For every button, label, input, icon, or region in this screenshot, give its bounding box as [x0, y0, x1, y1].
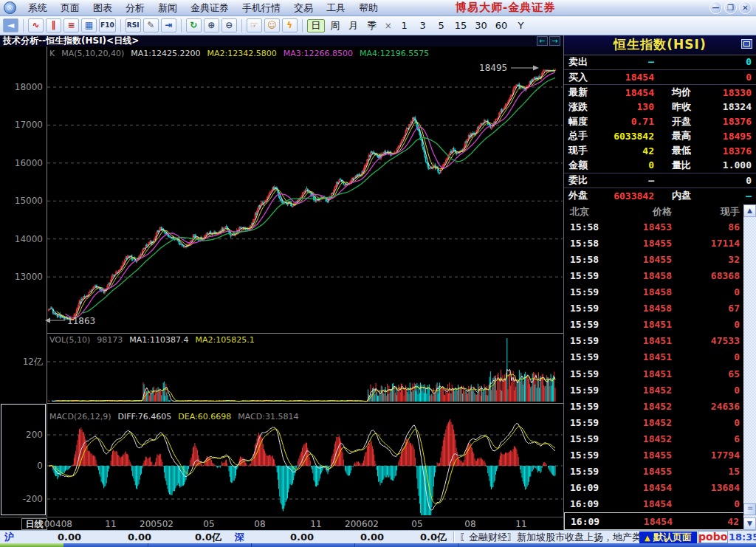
sz-index-value: 0.00 — [251, 531, 314, 543]
tick-volume: 15 — [672, 466, 744, 477]
close-button[interactable]: ✕ — [739, 1, 752, 14]
back-icon[interactable]: ◄ — [3, 18, 18, 32]
sz-change-value: 0.00 — [321, 531, 384, 543]
tick-row[interactable]: 16:091845442 — [564, 512, 744, 530]
quote-list-icon[interactable]: ≡ — [63, 18, 79, 32]
interval-button-3[interactable]: 3 — [415, 19, 431, 32]
zoom-in-icon[interactable]: ⊕ — [204, 18, 219, 32]
period-button-日[interactable]: 日 — [307, 19, 325, 32]
toolbar-separator — [23, 19, 24, 32]
menu-item-7[interactable]: 交易 — [287, 0, 320, 16]
menu-item-5[interactable]: 金典证券 — [184, 0, 236, 16]
pobo-brand-button[interactable]: pobo — [698, 531, 728, 543]
menu-item-8[interactable]: 工具 — [320, 0, 352, 16]
tick-row[interactable]: 15:591845515 — [564, 464, 744, 480]
tick-row[interactable]: 15:59184580 — [564, 283, 744, 300]
menu-item-2[interactable]: 图表 — [86, 0, 119, 16]
chart-title: 技术分析--恒生指数(HSI)<日线> — [3, 35, 139, 46]
scrollbar-up-button[interactable]: ▲ — [743, 204, 756, 217]
goto-list-icon[interactable]: ⇥ — [161, 18, 176, 32]
interval-button-5[interactable]: 5 — [433, 19, 450, 32]
menu-item-9[interactable]: 帮助 — [352, 0, 385, 16]
x-axis-tick-5: 11 — [310, 519, 321, 529]
trading-app-window: 18000170001600015000140001300012亿2000-20… — [0, 0, 756, 547]
tick-row[interactable]: 15:591845224636 — [564, 398, 744, 414]
scrollbar-thumb[interactable] — [743, 503, 756, 515]
panel-restore-icon[interactable] — [741, 39, 752, 49]
tick-price: 18452 — [613, 433, 672, 444]
vol-value: 98173 — [97, 335, 123, 345]
tick-price: 18454 — [613, 482, 672, 493]
interval-button-Y[interactable]: Y — [512, 19, 529, 32]
restore-button[interactable]: ❐ — [724, 1, 737, 14]
default-page-label: 默认页面 — [653, 531, 692, 543]
left-arrow-icon: ← — [539, 37, 545, 45]
refresh-icon[interactable]: ↻ — [186, 18, 202, 32]
table-scrollbar[interactable]: ▲ ▼ — [743, 204, 756, 530]
menu-item-1[interactable]: 页面 — [54, 0, 86, 16]
interval-button-30[interactable]: 30 — [472, 19, 490, 32]
main-chart-legend: K MA(5,10,20,40) MA1:12425.2200 MA2:1234… — [49, 49, 429, 58]
rsi-icon[interactable]: RSI — [126, 18, 141, 32]
tick-row[interactable]: 15:59184526 — [564, 430, 744, 447]
tick-row[interactable]: 15:59184520 — [564, 414, 744, 430]
sz-amount-value: 0.0亿 — [384, 531, 447, 543]
lightning-icon[interactable]: ϟ — [282, 18, 298, 32]
period-button-周[interactable]: 周 — [327, 19, 343, 32]
tick-row[interactable]: 15:59184520 — [564, 382, 744, 398]
interval-button-60[interactable]: 60 — [492, 19, 511, 32]
scrollbar-down-button[interactable]: ▼ — [743, 517, 756, 530]
tick-row[interactable]: 16:091845413684 — [564, 480, 744, 496]
default-page-button[interactable]: ▲ 默认页面 — [639, 531, 697, 543]
menu-item-6[interactable]: 手机行情 — [236, 0, 287, 16]
menu-item-4[interactable]: 新闻 — [151, 0, 184, 16]
macd-value: MACD:31.5814 — [238, 412, 298, 422]
tick-row[interactable]: 15:59184510 — [564, 317, 744, 333]
statusbar-separator — [453, 531, 454, 543]
interval-button-15[interactable]: 15 — [452, 19, 470, 32]
tick-price: 18455 — [613, 450, 672, 461]
tick-row[interactable]: 15:591845517794 — [564, 447, 744, 464]
status-bar: 沪 0.00 0.00 0.0亿 深 0.00 0.00 0.0亿 〖金融财经〗… — [0, 530, 756, 543]
tick-row[interactable]: 15:581845386 — [564, 219, 744, 235]
report-icon[interactable]: ▦ — [81, 18, 97, 32]
minimize-button[interactable]: — — [709, 1, 722, 14]
quote-label: 卖出 — [564, 55, 602, 69]
x-axis-tick-1: 11 — [105, 519, 116, 529]
quote-row-outer-inner: 外盘6033842内盘— — [564, 188, 756, 203]
interval-button-1[interactable]: 1 — [396, 19, 413, 32]
ma1-value: MA1:12425.2200 — [131, 49, 200, 58]
tick-time: 15:59 — [564, 286, 613, 297]
tick-volume: 86 — [672, 221, 744, 233]
app-icon[interactable]: ◎ — [4, 1, 16, 14]
line-chart-icon[interactable]: ∿ — [28, 18, 44, 32]
tick-row[interactable]: 15:591845868368 — [564, 267, 744, 283]
zoom-out-icon[interactable]: ⊖ — [221, 18, 237, 32]
close-period-bar-icon[interactable]: × — [382, 21, 394, 31]
tick-row[interactable]: 15:581845532 — [564, 251, 744, 267]
tick-row[interactable]: 16:09184540 — [564, 496, 744, 512]
period-button-月[interactable]: 月 — [346, 19, 362, 32]
tick-time: 16:09 — [564, 498, 613, 509]
candlestick-icon[interactable]: ‖ — [46, 18, 61, 32]
tick-row[interactable]: 15:591845867 — [564, 300, 744, 317]
col-city: 北京 — [564, 205, 613, 219]
macd-axis-label: 200 — [26, 430, 43, 440]
accounts-icon[interactable]: ☺ — [264, 18, 280, 32]
quote-row-totalvol-high: 总手6033842最高18495 — [564, 129, 756, 144]
tick-row[interactable]: 15:591845165 — [564, 365, 744, 382]
draw-icon[interactable]: ✎ — [143, 18, 159, 32]
low-annotation: 11863 — [67, 316, 95, 326]
tick-row[interactable]: 15:591845147533 — [564, 333, 744, 349]
scroll-right-button[interactable]: → — [549, 36, 560, 46]
menu-item-0[interactable]: 系统 — [21, 0, 54, 16]
tick-row[interactable]: 15:581845517114 — [564, 235, 744, 251]
quote-label: 昨收 — [672, 100, 706, 114]
f10-icon[interactable]: F10 — [99, 18, 116, 32]
period-button-季[interactable]: 季 — [364, 19, 380, 32]
tick-price: 18455 — [613, 238, 672, 249]
order-hand-icon[interactable]: ☞ — [247, 18, 262, 32]
menu-item-3[interactable]: 分析 — [119, 0, 151, 16]
scroll-left-button[interactable]: ← — [537, 36, 548, 46]
tick-row[interactable]: 15:59184510 — [564, 349, 744, 365]
